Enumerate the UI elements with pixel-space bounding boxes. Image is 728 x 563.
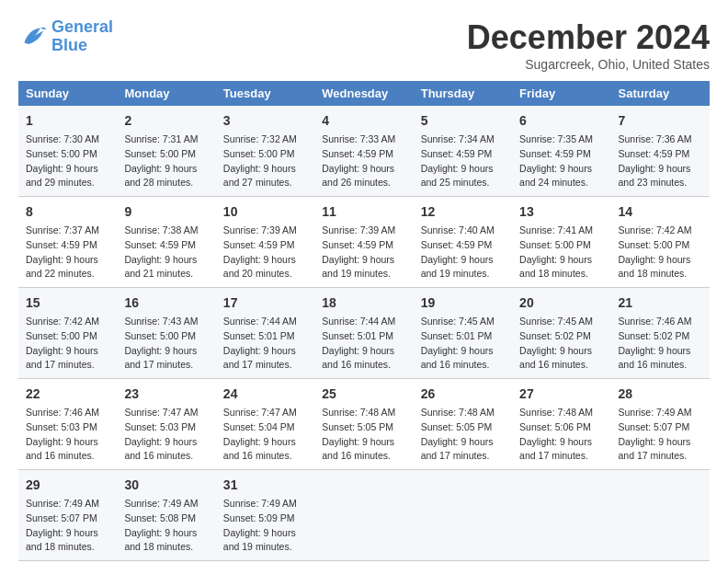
day-info: Sunrise: 7:35 AM Sunset: 4:59 PM Dayligh… [519,132,603,190]
header-tuesday: Tuesday [216,81,314,106]
day-info: Sunrise: 7:48 AM Sunset: 5:05 PM Dayligh… [322,406,405,464]
day-info: Sunrise: 7:47 AM Sunset: 5:03 PM Dayligh… [124,406,208,464]
day-info: Sunrise: 7:44 AM Sunset: 5:01 PM Dayligh… [322,315,405,373]
day-number: 8 [26,202,109,222]
location: Sugarcreek, Ohio, United States [467,57,710,72]
logo: General Blue [18,18,113,55]
calendar-cell: 18 Sunrise: 7:44 AM Sunset: 5:01 PM Dayl… [314,288,413,379]
calendar-cell: 9 Sunrise: 7:38 AM Sunset: 4:59 PM Dayli… [117,197,215,288]
day-info: Sunrise: 7:45 AM Sunset: 5:02 PM Dayligh… [519,315,603,373]
day-info: Sunrise: 7:32 AM Sunset: 5:00 PM Dayligh… [223,132,307,190]
calendar-cell: 17 Sunrise: 7:44 AM Sunset: 5:01 PM Dayl… [216,288,314,379]
calendar-cell: 4 Sunrise: 7:33 AM Sunset: 4:59 PM Dayli… [314,106,413,197]
day-number: 10 [223,202,307,222]
logo-icon [18,22,48,52]
header-sunday: Sunday [18,81,117,106]
calendar-cell: 29 Sunrise: 7:49 AM Sunset: 5:07 PM Dayl… [18,470,117,561]
day-info: Sunrise: 7:48 AM Sunset: 5:05 PM Dayligh… [421,406,505,464]
day-info: Sunrise: 7:47 AM Sunset: 5:04 PM Dayligh… [223,406,307,464]
calendar-cell: 23 Sunrise: 7:47 AM Sunset: 5:03 PM Dayl… [117,379,215,470]
calendar-cell: 21 Sunrise: 7:46 AM Sunset: 5:02 PM Dayl… [611,288,710,379]
day-info: Sunrise: 7:37 AM Sunset: 4:59 PM Dayligh… [26,224,109,282]
day-number: 13 [519,202,603,222]
day-info: Sunrise: 7:40 AM Sunset: 4:59 PM Dayligh… [421,224,505,282]
calendar-cell: 13 Sunrise: 7:41 AM Sunset: 5:00 PM Dayl… [512,197,610,288]
day-info: Sunrise: 7:49 AM Sunset: 5:07 PM Dayligh… [619,406,702,464]
day-number: 28 [619,385,702,404]
day-number: 1 [26,111,109,131]
day-number: 24 [223,385,307,404]
day-info: Sunrise: 7:43 AM Sunset: 5:00 PM Dayligh… [124,315,208,373]
calendar-cell [314,470,413,561]
day-number: 25 [322,385,405,404]
calendar-cell: 31 Sunrise: 7:49 AM Sunset: 5:09 PM Dayl… [216,470,314,561]
day-info: Sunrise: 7:44 AM Sunset: 5:01 PM Dayligh… [223,315,307,373]
calendar-cell: 22 Sunrise: 7:46 AM Sunset: 5:03 PM Dayl… [18,379,117,470]
day-info: Sunrise: 7:49 AM Sunset: 5:07 PM Dayligh… [26,497,109,555]
day-number: 16 [124,293,208,313]
calendar-cell: 7 Sunrise: 7:36 AM Sunset: 4:59 PM Dayli… [611,106,710,197]
table-row: 1 Sunrise: 7:30 AM Sunset: 5:00 PM Dayli… [18,106,710,197]
calendar-cell: 26 Sunrise: 7:48 AM Sunset: 5:05 PM Dayl… [414,379,512,470]
day-number: 19 [421,293,505,313]
day-number: 18 [322,293,405,313]
day-number: 23 [124,385,208,404]
day-number: 6 [519,111,603,131]
calendar-table: Sunday Monday Tuesday Wednesday Thursday… [18,81,710,561]
day-number: 12 [421,202,505,222]
day-info: Sunrise: 7:33 AM Sunset: 4:59 PM Dayligh… [322,132,405,190]
day-number: 22 [26,385,109,404]
day-info: Sunrise: 7:49 AM Sunset: 5:08 PM Dayligh… [124,497,208,555]
day-info: Sunrise: 7:36 AM Sunset: 4:59 PM Dayligh… [619,132,702,190]
day-number: 20 [519,293,603,313]
calendar-cell [414,470,512,561]
table-row: 22 Sunrise: 7:46 AM Sunset: 5:03 PM Dayl… [18,379,710,470]
day-info: Sunrise: 7:46 AM Sunset: 5:02 PM Dayligh… [619,315,702,373]
header-monday: Monday [117,81,215,106]
day-info: Sunrise: 7:31 AM Sunset: 5:00 PM Dayligh… [124,132,208,190]
calendar-cell: 6 Sunrise: 7:35 AM Sunset: 4:59 PM Dayli… [512,106,610,197]
day-number: 30 [124,476,208,495]
calendar-cell: 11 Sunrise: 7:39 AM Sunset: 4:59 PM Dayl… [314,197,413,288]
month-title: December 2024 [467,18,710,57]
table-row: 15 Sunrise: 7:42 AM Sunset: 5:00 PM Dayl… [18,288,710,379]
day-info: Sunrise: 7:39 AM Sunset: 4:59 PM Dayligh… [322,224,405,282]
calendar-cell: 3 Sunrise: 7:32 AM Sunset: 5:00 PM Dayli… [216,106,314,197]
day-info: Sunrise: 7:38 AM Sunset: 4:59 PM Dayligh… [124,224,208,282]
calendar-cell: 8 Sunrise: 7:37 AM Sunset: 4:59 PM Dayli… [18,197,117,288]
calendar-cell: 16 Sunrise: 7:43 AM Sunset: 5:00 PM Dayl… [117,288,215,379]
day-number: 7 [619,111,702,131]
day-info: Sunrise: 7:49 AM Sunset: 5:09 PM Dayligh… [223,497,307,555]
logo-line2: Blue [51,36,87,54]
calendar-cell: 28 Sunrise: 7:49 AM Sunset: 5:07 PM Dayl… [611,379,710,470]
day-number: 2 [124,111,208,131]
calendar-cell: 12 Sunrise: 7:40 AM Sunset: 4:59 PM Dayl… [414,197,512,288]
day-number: 17 [223,293,307,313]
calendar-cell [512,470,610,561]
header-saturday: Saturday [611,81,710,106]
header-wednesday: Wednesday [314,81,413,106]
calendar-cell: 27 Sunrise: 7:48 AM Sunset: 5:06 PM Dayl… [512,379,610,470]
calendar-cell: 14 Sunrise: 7:42 AM Sunset: 5:00 PM Dayl… [611,197,710,288]
calendar-cell: 5 Sunrise: 7:34 AM Sunset: 4:59 PM Dayli… [414,106,512,197]
day-number: 5 [421,111,505,131]
day-info: Sunrise: 7:45 AM Sunset: 5:01 PM Dayligh… [421,315,505,373]
calendar-cell: 15 Sunrise: 7:42 AM Sunset: 5:00 PM Dayl… [18,288,117,379]
day-number: 27 [519,385,603,404]
day-number: 31 [223,476,307,495]
calendar-cell: 2 Sunrise: 7:31 AM Sunset: 5:00 PM Dayli… [117,106,215,197]
day-info: Sunrise: 7:46 AM Sunset: 5:03 PM Dayligh… [26,406,109,464]
table-row: 8 Sunrise: 7:37 AM Sunset: 4:59 PM Dayli… [18,197,710,288]
header-friday: Friday [512,81,610,106]
calendar-cell: 1 Sunrise: 7:30 AM Sunset: 5:00 PM Dayli… [18,106,117,197]
calendar-cell: 24 Sunrise: 7:47 AM Sunset: 5:04 PM Dayl… [216,379,314,470]
table-row: 29 Sunrise: 7:49 AM Sunset: 5:07 PM Dayl… [18,470,710,561]
day-info: Sunrise: 7:42 AM Sunset: 5:00 PM Dayligh… [619,224,702,282]
day-number: 3 [223,111,307,131]
title-block: December 2024 Sugarcreek, Ohio, United S… [467,18,710,72]
calendar-cell: 19 Sunrise: 7:45 AM Sunset: 5:01 PM Dayl… [414,288,512,379]
day-info: Sunrise: 7:34 AM Sunset: 4:59 PM Dayligh… [421,132,505,190]
calendar-cell: 30 Sunrise: 7:49 AM Sunset: 5:08 PM Dayl… [117,470,215,561]
header-row: Sunday Monday Tuesday Wednesday Thursday… [18,81,710,106]
day-info: Sunrise: 7:48 AM Sunset: 5:06 PM Dayligh… [519,406,603,464]
